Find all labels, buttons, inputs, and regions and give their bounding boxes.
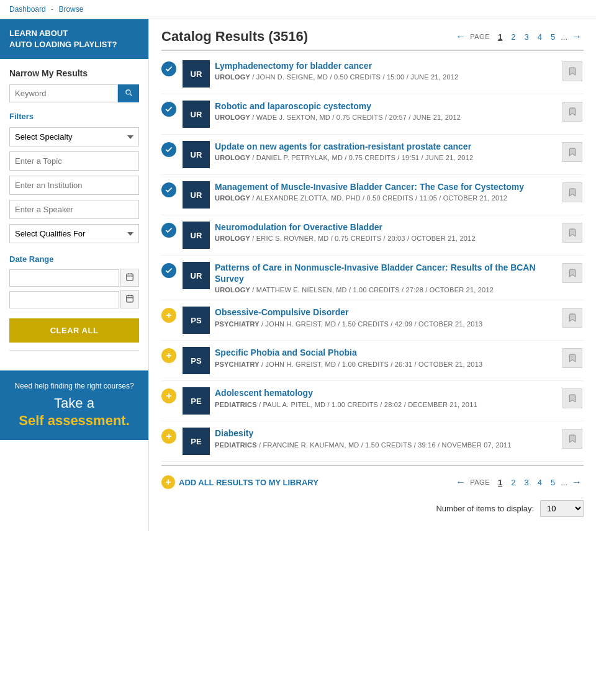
result-badge: UR [183,262,210,289]
page-3-button[interactable]: 3 [521,31,531,43]
result-title[interactable]: Management of Muscle-Invasive Bladder Ca… [215,181,558,192]
institution-input[interactable] [9,176,139,195]
page-4-bottom-button[interactable]: 4 [535,477,545,488]
result-title[interactable]: Update on new agents for castration-resi… [215,141,558,152]
result-meta: UROLOGY / Eric S. Rovner, MD / 0.75 Cred… [215,235,558,242]
breadcrumb-dashboard[interactable]: Dashboard [9,5,46,14]
result-action-button[interactable] [562,429,582,449]
breadcrumb-separator: - [51,5,53,14]
result-badge: PS [183,347,210,374]
page-3-bottom-button[interactable]: 3 [521,477,531,488]
result-action-button[interactable] [562,223,582,243]
keyword-search-button[interactable] [118,84,139,102]
items-display-select[interactable]: 10 25 50 100 [540,500,584,517]
result-status-icon[interactable] [161,308,176,323]
result-status-icon[interactable] [161,102,176,117]
next-page-button[interactable]: → [570,31,584,42]
result-title[interactable]: Obsessive-Compulsive Disorder [215,307,558,318]
result-action-button[interactable] [562,142,582,162]
search-icon [124,88,133,97]
result-body: Update on new agents for castration-resi… [215,141,558,161]
result-status-icon[interactable] [161,182,176,197]
next-page-bottom-button[interactable]: → [570,477,584,488]
page-label-bottom: PAGE [470,478,490,486]
breadcrumb-browse[interactable]: Browse [58,5,83,14]
table-row: PE Diabesity PEDIATRICS / Francine R. Ka… [161,421,584,462]
filters-heading: Filters [9,112,139,121]
bookmark-icon [567,147,577,157]
result-meta: UROLOGY / Matthew E. Nielsen, MD / 1.00 … [215,286,558,294]
page-2-button[interactable]: 2 [508,31,518,43]
result-action-button[interactable] [562,263,582,283]
result-badge: PE [183,387,210,415]
sidebar-divider [9,350,139,351]
result-status-icon[interactable] [161,223,176,238]
result-action-button[interactable] [562,348,582,368]
page-4-button[interactable]: 4 [535,31,545,43]
result-status-icon[interactable] [161,263,176,278]
sidebar-banner[interactable]: LEARN ABOUT AUTO LOADING PLAYLIST? [0,19,148,59]
result-action-button[interactable] [562,308,582,328]
result-body: Robotic and laparoscopic cystectomy UROL… [215,101,558,121]
result-body: Management of Muscle-Invasive Bladder Ca… [215,181,558,202]
result-action-button[interactable] [562,61,582,81]
result-meta: UROLOGY / Wade J. Sexton, MD / 0.75 Cred… [215,114,558,121]
page-5-bottom-button[interactable]: 5 [548,477,558,488]
table-row: PE Adolescent hematology PEDIATRICS / Pa… [161,381,584,421]
help-text: Need help finding the right courses? [9,382,139,390]
result-status-icon[interactable] [161,388,176,403]
speaker-input[interactable] [9,200,139,219]
prev-page-bottom-button[interactable]: ← [454,477,467,488]
result-status-icon[interactable] [161,142,176,157]
result-meta: PEDIATRICS / Francine R. Kaufman, MD / 1… [215,441,558,449]
result-meta: PEDIATRICS / Paul A. Pitel, MD / 1.00 Cr… [215,401,558,408]
prev-page-button[interactable]: ← [454,31,467,42]
breadcrumb: Dashboard - Browse [0,0,596,19]
result-action-button[interactable] [562,182,582,202]
bottom-divider [161,465,584,466]
calendar-icon [125,272,134,281]
result-body: Lymphadenectomy for bladder cancer UROLO… [215,60,558,81]
keyword-input[interactable] [9,84,118,102]
calendar-icon [125,294,134,303]
bottom-bar: + ADD ALL RESULTS TO MY LIBRARY ← PAGE 1… [161,469,584,495]
page-5-button[interactable]: 5 [548,31,558,43]
date-to-calendar-button[interactable] [120,290,139,308]
results-list: UR Lymphadenectomy for bladder cancer UR… [161,54,584,462]
specialty-select[interactable]: Select Specialty [9,127,139,146]
result-title[interactable]: Neuromodulation for Overactive Bladder [215,222,558,233]
result-status-icon[interactable] [161,429,176,444]
qualifies-select[interactable]: Select Qualifies For [9,224,139,243]
result-status-icon[interactable] [161,61,176,76]
date-from-input[interactable] [9,269,119,287]
help-banner: Need help finding the right courses? Tak… [0,370,148,440]
page-2-bottom-button[interactable]: 2 [508,477,518,488]
page-1-bottom-button[interactable]: 1 [495,477,505,488]
bookmark-icon [567,187,577,197]
result-title[interactable]: Adolescent hematology [215,387,558,398]
result-badge: PE [183,428,210,455]
clear-all-button[interactable]: CLEAR ALL [9,318,139,343]
self-assessment-label[interactable]: Self assessment. [19,413,130,428]
bookmark-icon [567,228,577,238]
result-title[interactable]: Specific Phobia and Social Phobia [215,347,558,358]
result-title[interactable]: Patterns of Care in Nonmuscle-Invasive B… [215,262,558,284]
result-title[interactable]: Diabesity [215,428,558,439]
result-badge: UR [183,141,210,168]
result-title[interactable]: Lymphadenectomy for bladder cancer [215,60,558,71]
result-title[interactable]: Robotic and laparoscopic cystectomy [215,101,558,112]
result-badge: UR [183,181,210,209]
date-from-calendar-button[interactable] [120,269,139,287]
result-status-icon[interactable] [161,348,176,363]
sidebar: LEARN ABOUT AUTO LOADING PLAYLIST? Narro… [0,19,149,531]
page-1-button[interactable]: 1 [495,31,505,43]
bookmark-icon [567,434,577,444]
result-badge: UR [183,222,210,249]
add-all-button[interactable]: + ADD ALL RESULTS TO MY LIBRARY [161,475,318,489]
result-action-button[interactable] [562,102,582,122]
topic-input[interactable] [9,151,139,171]
result-action-button[interactable] [562,388,582,408]
table-row: UR Update on new agents for castration-r… [161,135,584,175]
date-to-input[interactable] [9,291,119,308]
table-row: UR Robotic and laparoscopic cystectomy U… [161,94,584,135]
